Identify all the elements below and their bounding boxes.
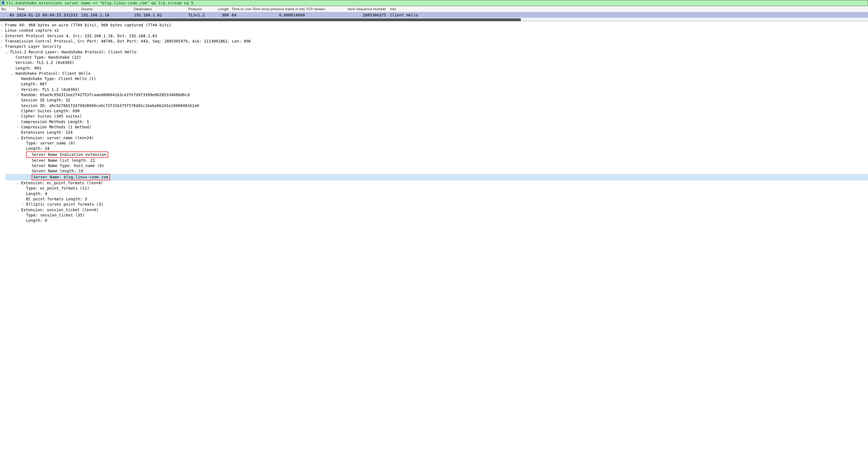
cell-len: 968 — [216, 13, 230, 17]
col-len[interactable]: Length — [216, 7, 230, 11]
expand-icon[interactable]: › — [17, 92, 21, 97]
cell-time: 2024-01-23 00:49:25.332333 — [17, 13, 81, 17]
col-seq[interactable]: Next Sequence Number — [332, 7, 390, 11]
ec-curves[interactable]: ›Elliptic curves point formats (3) — [0, 202, 868, 207]
display-filter-bar[interactable] — [0, 0, 868, 6]
tcp-node[interactable]: ›Transmission Control Protocol, Src Port… — [0, 39, 868, 44]
packet-row[interactable]: 49 2024-01-23 00:49:25.332333 192.168.1.… — [0, 12, 868, 18]
frame-node[interactable]: ›Frame 49: 968 bytes on wire (7744 bits)… — [0, 23, 868, 28]
cell-ttl: 64 — [230, 13, 252, 17]
hs-version[interactable]: Version: TLS 1.2 (0x0303) — [0, 87, 868, 92]
ext-ec[interactable]: ⌄Extension: ec_point_formats (len=4) — [0, 180, 868, 185]
hs-label: Handshake Protocol: Client Hello — [16, 71, 91, 76]
collapse-icon[interactable]: ⌄ — [5, 50, 9, 55]
cipher-suites[interactable]: ›Cipher Suites (345 suites) — [0, 114, 868, 119]
expand-icon[interactable]: › — [22, 202, 26, 207]
cell-dst: 192.168.1.81 — [134, 13, 188, 17]
cell-seq: 2885306375 — [332, 13, 390, 17]
collapse-icon[interactable]: ⌄ — [17, 208, 21, 212]
handshake-node[interactable]: ⌄Handshake Protocol: Client Hello — [0, 71, 868, 76]
expand-icon[interactable]: › — [17, 125, 21, 130]
sni-indication[interactable]: ⌄Server Name Indication extension — [0, 151, 868, 158]
collapse-icon[interactable]: ⌄ — [1, 44, 4, 49]
col-delta[interactable]: Time since previous frame in this TCP st… — [252, 7, 332, 11]
record-length[interactable]: Length: 891 — [0, 65, 868, 71]
expand-icon[interactable]: › — [1, 23, 4, 28]
ec-fmtlen[interactable]: EC point formats Length: 3 — [0, 197, 868, 202]
scroll-thumb[interactable] — [0, 18, 521, 21]
tls-record-node[interactable]: ⌄TLSv1.2 Record Layer: Handshake Protoco… — [0, 50, 868, 55]
expand-icon[interactable]: › — [1, 28, 4, 33]
sni-namelen[interactable]: Server Name length: 19 — [0, 168, 868, 174]
bookmark-icon — [1, 1, 5, 5]
cell-no: 49 — [0, 13, 17, 17]
record-label: TLSv1.2 Record Layer: Handshake Protocol… — [10, 50, 136, 54]
ip-node[interactable]: ›Internet Protocol Version 4, Src: 192.1… — [0, 33, 868, 39]
packet-list-hscroll[interactable] — [0, 18, 868, 21]
ticket-type[interactable]: Type: session_ticket (35) — [0, 212, 868, 218]
col-dst[interactable]: Destination — [134, 7, 188, 11]
tls-node[interactable]: ⌄Transport Layer Security — [0, 44, 868, 49]
packet-details[interactable]: ›Frame 49: 968 bytes on wire (7744 bits)… — [0, 21, 868, 224]
extlen[interactable]: Extensions Length: 124 — [0, 130, 868, 135]
compression-methods[interactable]: ›Compression Methods (1 method) — [0, 124, 868, 130]
collapse-icon[interactable]: ⌄ — [17, 136, 21, 140]
record-version[interactable]: Version: TLS 1.2 (0x0303) — [0, 60, 868, 65]
ext-ticket[interactable]: ⌄Extension: session_ticket (len=0) — [0, 207, 868, 212]
collapse-icon[interactable]: ⌄ — [11, 71, 15, 76]
ip-label: Internet Protocol Version 4, Src: 192.16… — [5, 34, 157, 38]
col-src[interactable]: Source — [81, 7, 134, 11]
cooked-node[interactable]: ›Linux cooked capture v2 — [0, 28, 868, 33]
sni-listlen[interactable]: Server Name list length: 22 — [0, 158, 868, 163]
sid[interactable]: Session ID: a9c92768172d79028690ca9cf2f3… — [0, 103, 868, 108]
sni-nametype[interactable]: Server Name Type: host_name (0) — [0, 163, 868, 168]
frame-label: Frame 49: 968 bytes on wire (7744 bits),… — [5, 23, 171, 27]
ec-len[interactable]: Length: 4 — [0, 191, 868, 197]
packet-list-header[interactable]: No. Time Source Destination Protocol Len… — [0, 6, 868, 12]
ec-type[interactable]: Type: ec_point_formats (11) — [0, 185, 868, 191]
cell-info: Client Hello — [390, 13, 423, 17]
cooked-label: Linux cooked capture v2 — [5, 28, 59, 32]
col-no[interactable]: No. — [0, 7, 17, 11]
cslen[interactable]: Cipher Suites Length: 690 — [0, 108, 868, 114]
sni-name: Server Name: blog.linux-code.com — [33, 175, 108, 179]
display-filter-input[interactable] — [6, 1, 867, 5]
hs-length[interactable]: Length: 887 — [0, 81, 868, 87]
col-info[interactable]: Info — [390, 7, 423, 11]
col-time[interactable]: Time — [17, 7, 81, 11]
cell-proto: TLSv1.2 — [188, 13, 216, 17]
collapse-icon[interactable]: ⌄ — [28, 152, 32, 157]
expand-icon[interactable]: › — [1, 34, 4, 38]
tls-label: Transport Layer Security — [5, 44, 61, 49]
collapse-icon[interactable]: ⌄ — [17, 181, 21, 185]
ext-sni[interactable]: ⌄Extension: server_name (len=24) — [0, 135, 868, 141]
expand-icon[interactable]: › — [1, 39, 4, 44]
cmlen[interactable]: Compression Methods Length: 1 — [0, 119, 868, 124]
tcp-label: Transmission Control Protocol, Src Port:… — [5, 39, 251, 44]
random-node[interactable]: ›Random: 65ae9c95d311ee2f42753fcaaed8906… — [0, 92, 868, 97]
content-type[interactable]: Content Type: Handshake (22) — [0, 55, 868, 60]
sni-type[interactable]: Type: server_name (0) — [0, 141, 868, 146]
col-proto[interactable]: Protocol — [188, 7, 216, 11]
sidlen[interactable]: Session ID Length: 32 — [0, 97, 868, 103]
cell-src: 192.168.1.18 — [81, 13, 134, 17]
expand-icon[interactable]: › — [17, 114, 21, 119]
hs-type[interactable]: Handshake Type: Client Hello (1) — [0, 76, 868, 81]
sni-name-row[interactable]: Server Name: blog.linux-code.com — [0, 174, 868, 180]
col-ttl[interactable]: Time to Live — [230, 7, 252, 11]
cell-delta: 0.000014000 — [252, 13, 332, 17]
sni-length[interactable]: Length: 24 — [0, 146, 868, 151]
ticket-len[interactable]: Length: 0 — [0, 218, 868, 223]
